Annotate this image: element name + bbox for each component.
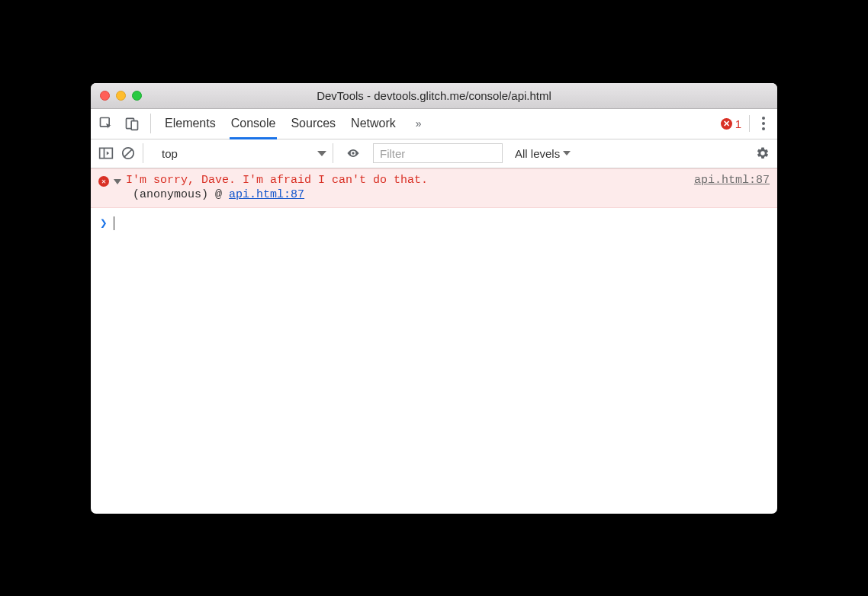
tab-sources[interactable]: Sources <box>291 109 336 139</box>
disclosure-triangle-icon[interactable] <box>114 179 121 184</box>
tabs: Elements Console Sources Network » <box>165 109 721 139</box>
tab-console[interactable]: Console <box>231 109 276 139</box>
error-source-link[interactable]: api.html:87 <box>694 174 770 187</box>
svg-rect-2 <box>131 121 137 130</box>
context-label: top <box>162 147 178 160</box>
error-stack: (anonymous) @ api.html:87 <box>98 188 770 201</box>
minimize-window-button[interactable] <box>116 91 126 101</box>
console-toolbar: top All levels <box>91 139 777 168</box>
stack-source-link[interactable]: api.html:87 <box>229 188 304 201</box>
divider <box>150 114 151 133</box>
prompt-chevron-icon: ❯ <box>100 216 108 231</box>
error-icon: ✕ <box>98 176 109 187</box>
window-controls <box>100 91 142 101</box>
titlebar: DevTools - devtools.glitch.me/console/ap… <box>91 83 777 109</box>
close-window-button[interactable] <box>100 91 110 101</box>
svg-rect-3 <box>100 148 113 158</box>
tabbar-left-tools <box>98 116 147 131</box>
console-body: ✕ I'm sorry, Dave. I'm afraid I can't do… <box>91 168 777 514</box>
execution-context-select[interactable]: top <box>154 143 333 163</box>
device-toolbar-icon[interactable] <box>124 116 140 131</box>
live-expression-icon[interactable] <box>346 148 361 159</box>
divider <box>749 115 750 132</box>
tab-network[interactable]: Network <box>351 109 396 139</box>
chevron-down-icon <box>563 151 571 155</box>
clear-console-icon[interactable] <box>121 146 135 160</box>
inspect-element-icon[interactable] <box>98 116 114 131</box>
levels-label: All levels <box>515 147 560 160</box>
zoom-window-button[interactable] <box>132 91 142 101</box>
gear-icon[interactable] <box>756 146 770 160</box>
tab-elements[interactable]: Elements <box>165 109 216 139</box>
text-cursor <box>114 216 114 230</box>
chevron-down-icon <box>317 151 326 156</box>
error-icon: ✕ <box>721 118 732 130</box>
filter-input[interactable] <box>373 143 503 163</box>
console-error-entry[interactable]: ✕ I'm sorry, Dave. I'm afraid I can't do… <box>91 168 777 208</box>
kebab-menu-icon[interactable] <box>757 117 770 130</box>
divider <box>143 143 143 163</box>
window-title: DevTools - devtools.glitch.me/console/ap… <box>91 89 777 102</box>
error-message: I'm sorry, Dave. I'm afraid I can't do t… <box>126 174 685 187</box>
stack-function: (anonymous) <box>133 188 208 201</box>
log-levels-select[interactable]: All levels <box>515 147 571 160</box>
console-prompt[interactable]: ❯ <box>91 208 777 239</box>
error-row: ✕ I'm sorry, Dave. I'm afraid I can't do… <box>98 174 770 187</box>
tabbar-right: ✕ 1 <box>721 115 777 132</box>
tabbar: Elements Console Sources Network » ✕ 1 <box>91 109 777 139</box>
error-count-badge[interactable]: ✕ 1 <box>721 117 741 130</box>
stack-at: @ <box>215 188 222 201</box>
toggle-sidebar-icon[interactable] <box>98 146 114 160</box>
error-count: 1 <box>735 117 741 130</box>
svg-line-6 <box>124 149 132 157</box>
devtools-window: DevTools - devtools.glitch.me/console/ap… <box>91 83 777 514</box>
tab-more[interactable]: » <box>411 109 426 139</box>
